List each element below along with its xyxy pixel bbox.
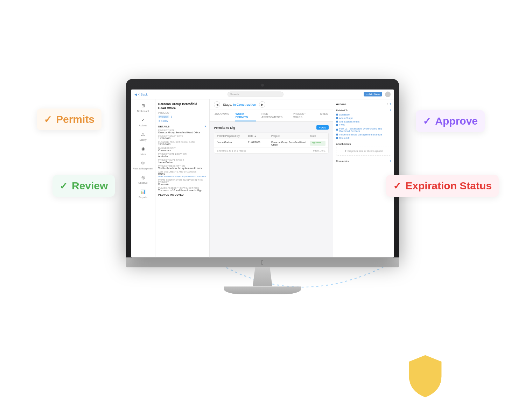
field-value-location: Australia	[158, 155, 206, 158]
field-value-supervisor: Jason Gorton	[158, 161, 206, 163]
reports-icon: 📊	[139, 188, 146, 195]
tabs-bar: JSA/SWMS WORK PERMITS RISK ASSESSMENTS P…	[210, 110, 333, 122]
search-placeholder: Search	[230, 93, 239, 96]
content-area: ⊞ Dashboard ✓ Actions ⚠ Safety	[131, 99, 394, 258]
stage-prev-button[interactable]: ◀	[214, 102, 220, 108]
related-item-0[interactable]: Donesafe	[336, 113, 391, 116]
project-type: PROJECT	[158, 112, 206, 114]
table-footer: Showing 1 to 1 of 1 results Page 1 of 1	[214, 148, 328, 153]
field-label-contractor: PRIME CONTRACTOR INVOLVED IN THIS PROJEC…	[158, 179, 206, 183]
sidebar-item-dashboard[interactable]: ⊞ Dashboard	[137, 102, 149, 112]
approve-badge: ✓ Approve	[416, 110, 485, 132]
main-content: ◀ Stage: In Construction ▶ JSA/SWMS	[210, 99, 333, 258]
sidebar-label-reports: Reports	[139, 196, 147, 198]
shield-icon	[404, 354, 446, 399]
stage-nav: ◀ Stage: In Construction ▶	[214, 102, 265, 108]
attachments-section: Attachments ⬆ Drop files here or click t…	[336, 143, 391, 156]
tab-jsa[interactable]: JSA/SWMS	[214, 110, 230, 121]
sidebar-item-reports[interactable]: 📊 Reports	[139, 188, 147, 198]
sidebar-label-actions: Actions	[139, 124, 147, 127]
review-badge: ✓ Review	[52, 175, 115, 197]
sidebar-item-labor[interactable]: ◉ Labor	[140, 145, 147, 155]
people-section-title: PEOPLE INVOLVED	[158, 194, 206, 196]
review-check-icon: ✓	[59, 180, 68, 192]
comments-header: Comments +	[336, 159, 391, 163]
actions-icon: ✓	[140, 117, 147, 124]
related-label-3: 1799	[339, 124, 345, 126]
monitor-screen: ◀ < Back Search + Add New	[131, 90, 394, 258]
related-item-4[interactable]: FSR 01 - Excavation, Underground and Ove…	[336, 127, 391, 132]
approve-label: Approve	[435, 115, 478, 127]
expiration-check-icon: ✓	[393, 180, 401, 192]
upload-area[interactable]: ⬆ Drop files here or click to upload	[336, 147, 391, 156]
permits-title: Permits to Dig	[214, 126, 235, 129]
sidebar-label-labor: Labor	[140, 153, 146, 155]
related-item-2[interactable]: Site Establishment	[336, 120, 391, 123]
comments-label: Comments	[336, 160, 349, 162]
tab-risk[interactable]: RISK ASSESSMENTS	[261, 110, 287, 121]
permits-check-icon: ✓	[44, 114, 52, 125]
review-label: Review	[72, 180, 108, 192]
expiration-label: Expiration Status	[405, 180, 492, 192]
col-project: Project	[271, 135, 310, 137]
tab-roles[interactable]: PROJECT ROLES	[292, 110, 314, 121]
follow-button[interactable]: ★ Follow	[158, 120, 206, 122]
back-arrow-icon: ◀	[134, 92, 137, 96]
actions-add-icon[interactable]: +	[390, 102, 391, 106]
user-avatar[interactable]	[385, 91, 391, 97]
related-dot-5	[336, 133, 338, 135]
related-label-0: Donesafe	[339, 113, 350, 116]
row-prepared-by: Jason Gorton	[217, 141, 248, 146]
related-item-1[interactable]: Adam Surjan	[336, 117, 391, 119]
sidebar-item-observe[interactable]: ◎ Observe	[138, 174, 147, 184]
add-permit-button[interactable]: + Add	[316, 125, 329, 130]
comments-section: Comments +	[336, 159, 391, 163]
field-value-contractor: Donesafe	[158, 183, 206, 186]
details-section-title: DETAILS ✎	[158, 125, 206, 128]
sidebar-label-dashboard: Dashboard	[137, 110, 149, 112]
actions-title: Actions	[336, 102, 346, 105]
row-project: Daracon Group Beresfield Head Office	[271, 141, 310, 146]
table-header: Permit Prepared By Date ▲ Project State	[214, 133, 328, 139]
related-dot-3	[336, 124, 338, 126]
related-label-5: Incident to show Management Example	[339, 133, 382, 136]
related-item-3[interactable]: 1799	[336, 124, 391, 126]
related-label-2: Site Establishment	[339, 120, 359, 123]
add-new-button[interactable]: + Add New	[364, 92, 382, 97]
col-date: Date ▲	[248, 135, 271, 137]
table-row[interactable]: Jason Gorton 11/01/2023 Daracon Group Be…	[214, 139, 328, 148]
permits-badge: ✓ Permits	[37, 108, 102, 130]
sidebar-item-actions[interactable]: ✓ Actions	[139, 117, 147, 127]
monitor-frame: ◀ < Back Search + Add New	[126, 79, 399, 294]
tab-sites[interactable]: SITES	[319, 110, 329, 121]
related-item-6[interactable]: Boom Lift	[336, 137, 391, 139]
related-dot-4	[336, 129, 338, 131]
stage-header: ◀ Stage: In Construction ▶	[210, 99, 333, 110]
pagination: Page 1 of 1	[313, 149, 326, 152]
sidebar-item-safety[interactable]: ⚠ Safety	[140, 131, 147, 141]
stage-next-button[interactable]: ▶	[259, 102, 265, 108]
search-bar[interactable]: Search	[227, 91, 284, 97]
tab-work-permits[interactable]: WORK PERMITS	[235, 110, 256, 121]
monitor-stand-neck	[250, 267, 275, 287]
related-label-4: FSR 01 - Excavation, Underground and Ove…	[339, 127, 391, 132]
project-name: Daracon Group Beresfield Head Office	[158, 102, 203, 110]
sidebar-label-plant: Plant & Equipment	[133, 167, 153, 170]
actions-sort-icon[interactable]: ↕	[386, 102, 388, 106]
sidebar-item-plant[interactable]: ⚙ Plant & Equipment	[133, 160, 153, 170]
screen-ui: ◀ < Back Search + Add New	[131, 90, 394, 258]
col-prepared-by: Permit Prepared By	[217, 135, 248, 137]
related-add-icon[interactable]: +	[390, 108, 391, 112]
safety-icon: ⚠	[140, 131, 147, 138]
field-value-bunit: Contractors	[158, 149, 206, 152]
plant-icon: ⚙	[139, 160, 146, 167]
topbar: ◀ < Back Search + Add New	[131, 90, 394, 99]
back-button[interactable]: ◀ < Back	[134, 92, 148, 96]
sidebar-label-safety: Safety	[140, 139, 147, 141]
comments-add-icon[interactable]: +	[390, 159, 391, 163]
related-to-label: Related To	[336, 109, 348, 111]
monitor-camera	[261, 84, 264, 87]
sidebar-label-observe: Observe	[138, 182, 147, 184]
expiration-badge: ✓ Expiration Status	[386, 175, 499, 197]
related-item-5[interactable]: Incident to show Management Example	[336, 133, 391, 136]
